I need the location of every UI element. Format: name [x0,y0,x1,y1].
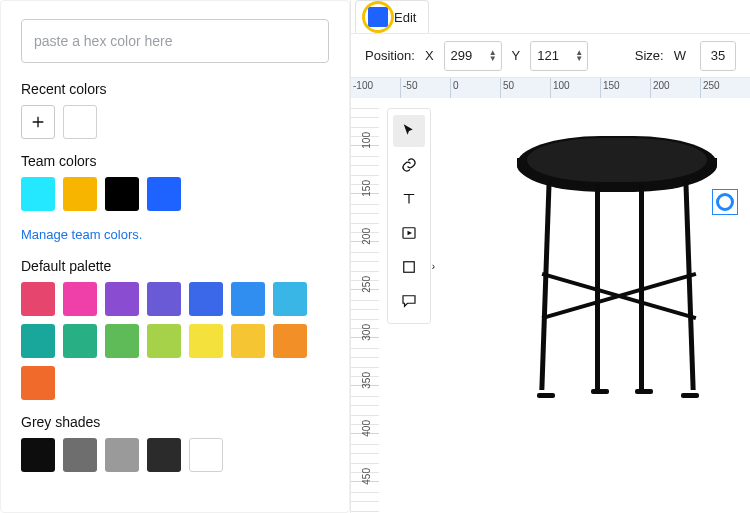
color-swatch[interactable] [21,366,55,400]
grey-shades-title: Grey shades [21,414,329,430]
color-swatch[interactable] [21,324,55,358]
horizontal-ruler[interactable]: -100-50050100150200250300350 [351,78,750,98]
grey-shades-row [21,438,329,472]
tool-select[interactable] [393,115,425,147]
color-swatch[interactable] [63,177,97,211]
color-swatch[interactable] [189,282,223,316]
chevron-right-icon: › [432,261,435,272]
y-label: Y [512,48,521,63]
position-label: Position: [365,48,415,63]
color-swatch[interactable] [21,438,55,472]
speech-bubble-icon [400,292,418,310]
editor-panel: Edit Position: X 299 ▲▼ Y 121 ▲▼ Size: W… [350,0,750,513]
recent-colors-title: Recent colors [21,81,329,97]
ruler-tick: 100 [551,78,601,98]
tool-link[interactable] [393,149,425,181]
work-area: -100-50050100150200250300350 50100150200… [351,78,750,513]
w-label: W [674,48,686,63]
color-swatch[interactable] [147,177,181,211]
tab-color-chip[interactable] [368,7,388,27]
color-swatch[interactable] [63,105,97,139]
tool-shape[interactable]: › [393,251,425,283]
default-palette-row [21,282,329,400]
color-swatch[interactable] [105,324,139,358]
ruler-tick: 150 [601,78,651,98]
color-swatch[interactable] [21,282,55,316]
w-input[interactable]: 35 [700,41,736,71]
selection-handle[interactable] [716,193,734,211]
hex-input[interactable] [21,19,329,63]
color-panel: Recent colors Team colors Manage team co… [0,0,350,513]
ruler-tick: 0 [451,78,501,98]
highlight-ring-icon [362,1,394,33]
color-swatch[interactable] [147,324,181,358]
color-swatch[interactable] [189,438,223,472]
color-swatch[interactable] [105,282,139,316]
play-box-icon [400,224,418,242]
tool-media[interactable] [393,217,425,249]
team-colors-row [21,177,329,211]
ruler-tick: 50 [501,78,551,98]
y-input[interactable]: 121 ▲▼ [530,41,588,71]
plus-icon [30,114,46,130]
manage-team-colors-link[interactable]: Manage team colors. [21,227,142,242]
tab-edit[interactable]: Edit [355,0,429,33]
ruler-tick: 450 [351,482,379,513]
square-icon [400,258,418,276]
ruler-tick: 200 [651,78,701,98]
color-swatch[interactable] [63,324,97,358]
tool-comment[interactable] [393,285,425,317]
color-swatch[interactable] [231,282,265,316]
team-colors-title: Team colors [21,153,329,169]
color-swatch[interactable] [21,177,55,211]
color-swatch[interactable] [273,282,307,316]
table-illustration [499,118,749,418]
property-bar: Position: X 299 ▲▼ Y 121 ▲▼ Size: W 35 [351,34,750,78]
tab-label: Edit [394,10,416,25]
tool-text[interactable] [393,183,425,215]
color-swatch[interactable] [189,324,223,358]
canvas-toolbar: › [387,108,431,324]
color-swatch[interactable] [63,282,97,316]
color-swatch[interactable] [63,438,97,472]
canvas-image-table[interactable] [499,118,749,418]
tab-bar: Edit [351,0,750,34]
size-label: Size: [635,48,664,63]
x-value: 299 [451,48,473,63]
canvas[interactable] [379,98,750,513]
ruler-tick: -50 [401,78,451,98]
ruler-tick: -100 [351,78,401,98]
cursor-icon [400,122,418,140]
svg-rect-1 [404,262,415,273]
w-value: 35 [711,48,725,63]
color-swatch[interactable] [231,324,265,358]
stepper-icon[interactable]: ▲▼ [489,50,497,62]
color-swatch[interactable] [147,282,181,316]
default-palette-title: Default palette [21,258,329,274]
y-value: 121 [537,48,559,63]
vertical-ruler[interactable]: 50100150200250300350400450 [351,98,379,513]
stepper-icon[interactable]: ▲▼ [575,50,583,62]
link-icon [400,156,418,174]
add-color-button[interactable] [21,105,55,139]
x-input[interactable]: 299 ▲▼ [444,41,502,71]
color-swatch[interactable] [105,177,139,211]
text-icon [400,190,418,208]
color-swatch[interactable] [105,438,139,472]
x-label: X [425,48,434,63]
color-swatch[interactable] [147,438,181,472]
color-swatch[interactable] [273,324,307,358]
recent-colors-row [21,105,329,139]
ruler-tick: 250 [701,78,750,98]
